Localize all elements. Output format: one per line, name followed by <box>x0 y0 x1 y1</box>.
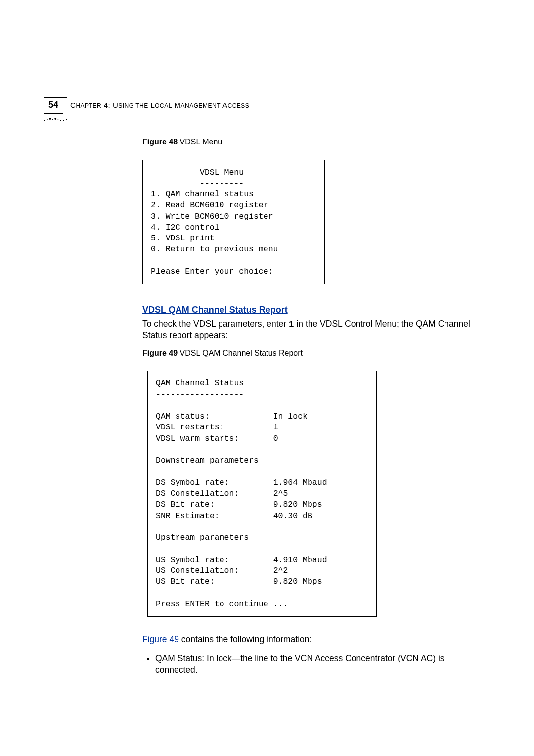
chapter-title: CHAPTER 4: USING THE LOCAL MANAGEMENT AC… <box>70 101 249 110</box>
figure-48-title: VDSL Menu <box>178 138 222 146</box>
info-list: QAM Status: In lock—the line to the VCN … <box>142 653 489 676</box>
figure-48-caption: Figure 48 VDSL Menu <box>142 138 489 146</box>
intro-key: 1 <box>289 319 294 329</box>
figure-49-caption: Figure 49 VDSL QAM Channel Status Report <box>142 349 489 358</box>
qam-status-terminal: QAM Channel Status ------------------ QA… <box>147 371 377 617</box>
page-header: 54 CHAPTER 4: USING THE LOCAL MANAGEMENT… <box>44 97 490 114</box>
figure-49-title: VDSL QAM Channel Status Report <box>178 349 303 357</box>
vdsl-qam-status-heading[interactable]: VDSL QAM Channel Status Report <box>142 305 489 315</box>
figure-49-ref-link[interactable]: Figure 49 <box>142 634 179 644</box>
page-number: 54 <box>44 98 63 114</box>
after-ref-line: Figure 49 contains the following informa… <box>142 634 489 646</box>
vdsl-menu-terminal: VDSL Menu --------- 1. QAM channel statu… <box>142 160 325 285</box>
intro-paragraph: To check the VDSL parameters, enter 1 in… <box>142 318 489 342</box>
figure-48-number: Figure 48 <box>142 138 178 146</box>
intro-text-before: To check the VDSL parameters, enter <box>142 319 289 329</box>
list-item: QAM Status: In lock—the line to the VCN … <box>155 653 489 676</box>
decorative-dots-icon: ․·•·•·․․· <box>44 115 68 123</box>
after-ref-rest: contains the following information: <box>179 634 312 644</box>
figure-49-number: Figure 49 <box>142 349 178 357</box>
